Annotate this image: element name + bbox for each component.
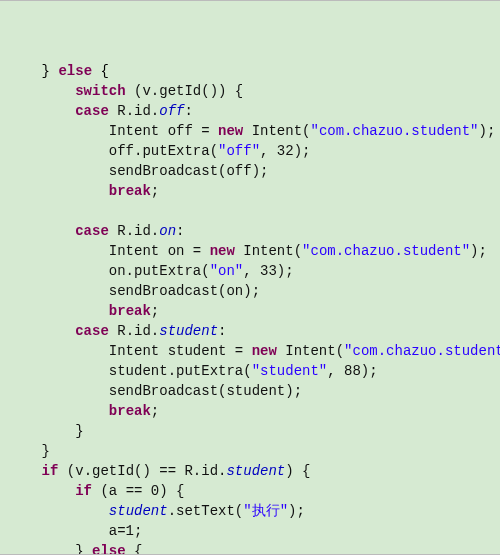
code-line: case R.id.off:: [8, 103, 193, 119]
code-line: break;: [8, 403, 159, 419]
code-line: student.putExtra("student", 88);: [8, 363, 378, 379]
code-line: switch (v.getId()) {: [8, 83, 243, 99]
code-line: Intent on = new Intent("com.chazuo.stude…: [8, 243, 487, 259]
code-line: sendBroadcast(off);: [8, 163, 268, 179]
code-line: } else {: [8, 63, 109, 79]
code-line: } else {: [8, 543, 142, 555]
code-line: }: [8, 423, 84, 439]
code-line: case R.id.student:: [8, 323, 226, 339]
code-line: Intent student = new Intent("com.chazuo.…: [8, 343, 500, 359]
code-line: case R.id.on:: [8, 223, 184, 239]
code-line: student.setText("执行");: [8, 503, 305, 519]
code-line: if (a == 0) {: [8, 483, 184, 499]
code-line: break;: [8, 303, 159, 319]
code-block: } else { switch (v.getId()) { case R.id.…: [8, 61, 492, 555]
code-line: if (v.getId() == R.id.student) {: [8, 463, 310, 479]
code-line: sendBroadcast(student);: [8, 383, 302, 399]
code-line: a=1;: [8, 523, 142, 539]
code-line: off.putExtra("off", 32);: [8, 143, 310, 159]
code-line: on.putExtra("on", 33);: [8, 263, 294, 279]
code-line: break;: [8, 183, 159, 199]
code-line: }: [8, 443, 50, 459]
code-line: sendBroadcast(on);: [8, 283, 260, 299]
code-line: Intent off = new Intent("com.chazuo.stud…: [8, 123, 495, 139]
